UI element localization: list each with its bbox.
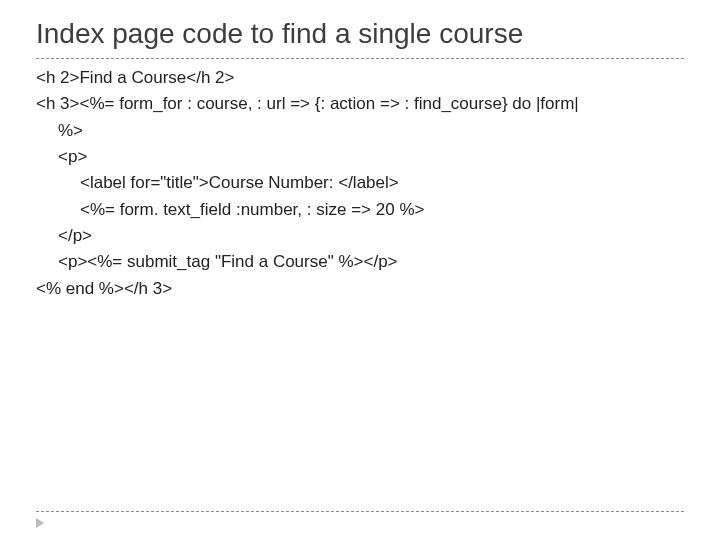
code-line: <p><%= submit_tag "Find a Course" %></p> [36, 249, 684, 275]
code-line: <p> [36, 144, 684, 170]
slide-title: Index page code to find a single course [36, 18, 684, 59]
code-line: <label for="title">Course Number: </labe… [36, 170, 684, 196]
footer-divider [36, 511, 684, 512]
code-line: <h 3><%= form_for : course, : url => {: … [36, 91, 684, 117]
slide-marker-icon [36, 518, 44, 528]
code-block: <h 2>Find a Course</h 2> <h 3><%= form_f… [36, 65, 684, 302]
code-line: </p> [36, 223, 684, 249]
code-line: <%= form. text_field :number, : size => … [36, 197, 684, 223]
code-line: <h 2>Find a Course</h 2> [36, 65, 684, 91]
slide: Index page code to find a single course … [0, 0, 720, 540]
code-line: <% end %></h 3> [36, 276, 684, 302]
code-line: %> [36, 118, 684, 144]
